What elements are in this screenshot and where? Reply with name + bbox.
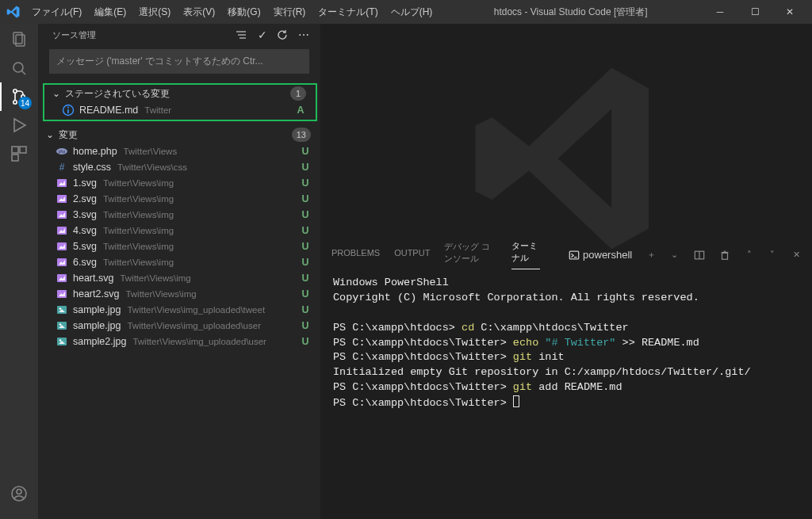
staged-section-label: ステージされている変更 <box>65 87 287 101</box>
menu-run[interactable]: 実行(R) <box>269 2 311 22</box>
changes-section-label: 変更 <box>59 128 289 142</box>
file-path: Twitter <box>144 105 171 115</box>
scm-more-icon[interactable]: ⋯ <box>297 29 311 41</box>
vscode-watermark-icon <box>463 55 669 261</box>
file-row[interactable]: heart2.svgTwitter\Views\imgU <box>38 286 320 302</box>
menu-help[interactable]: ヘルプ(H) <box>386 2 438 22</box>
panel-maximize-icon[interactable]: ˄ <box>745 250 754 260</box>
svg-rect-9 <box>20 147 26 153</box>
chevron-down-icon: ⌄ <box>46 129 56 140</box>
tab-output[interactable]: OUTPUT <box>394 248 430 262</box>
file-status: U <box>300 225 311 236</box>
menu-go[interactable]: 移動(G) <box>223 2 265 22</box>
file-type-icon <box>56 256 68 269</box>
file-row[interactable]: sample.jpgTwitter\Views\img_uploaded\twe… <box>38 302 320 318</box>
scm-commit-icon[interactable]: ✓ <box>255 29 270 41</box>
file-name: 2.svg <box>73 193 97 204</box>
file-name: 6.svg <box>73 257 97 268</box>
file-row[interactable]: #style.cssTwitter\Views\cssU <box>38 159 320 175</box>
file-path: Twitter\Views\img <box>103 194 174 204</box>
bottom-panel: PROBLEMS OUTPUT デバッグ コンソール ターミナル powersh… <box>320 242 812 519</box>
window-maximize-button[interactable]: ☐ <box>739 6 771 17</box>
file-path: Twitter\Views\img <box>125 289 196 299</box>
changes-count: 13 <box>292 128 311 142</box>
file-row[interactable]: phphome.phpTwitter\ViewsU <box>38 143 320 159</box>
file-type-icon <box>56 193 68 205</box>
file-type-icon: php <box>56 145 68 158</box>
file-type-icon <box>56 303 68 316</box>
file-name: sample.jpg <box>73 320 121 331</box>
file-name: heart.svg <box>73 273 113 284</box>
menu-edit[interactable]: 編集(E) <box>90 2 131 22</box>
file-row[interactable]: sample.jpgTwitter\Views\img_uploaded\use… <box>38 318 320 334</box>
file-path: Twitter\Views\css <box>117 162 187 172</box>
file-type-icon <box>56 319 68 332</box>
window-title: htdocs - Visual Studio Code [管理者] <box>440 6 701 19</box>
svg-rect-1 <box>16 35 25 46</box>
svg-point-42 <box>59 323 61 325</box>
main-area: 14 ソース管理 ✓ ⋯ メッセージ ('master' でコミットするための … <box>0 24 812 519</box>
file-row[interactable]: sample2.jpgTwitter\Views\img_uploaded\us… <box>38 334 320 349</box>
file-row[interactable]: 6.svgTwitter\Views\imgU <box>38 254 320 270</box>
menu-file[interactable]: ファイル(F) <box>27 2 86 22</box>
svg-point-12 <box>17 490 21 494</box>
file-name: sample2.jpg <box>73 336 126 347</box>
file-row[interactable]: 2.svgTwitter\Views\imgU <box>38 191 320 207</box>
activity-run-debug-icon[interactable] <box>8 114 30 136</box>
file-type-icon <box>56 224 68 237</box>
terminal-output[interactable]: Windows PowerShell Copyright (C) Microso… <box>320 268 812 519</box>
file-row[interactable]: 4.svgTwitter\Views\imgU <box>38 223 320 239</box>
file-path: Twitter\Views\img <box>103 258 174 267</box>
activity-search-icon[interactable] <box>8 57 30 79</box>
file-row[interactable]: README.mdTwitterA <box>44 102 316 118</box>
terminal-kill-icon[interactable] <box>719 250 730 261</box>
panel-chevron-down-icon[interactable]: ˅ <box>768 250 777 260</box>
file-path: Twitter\Views\img <box>103 242 174 251</box>
file-type-icon <box>56 288 68 300</box>
vscode-logo-icon <box>6 5 21 19</box>
file-status: U <box>300 162 311 173</box>
terminal-cursor <box>513 395 519 407</box>
tab-problems[interactable]: PROBLEMS <box>331 248 380 262</box>
file-name: 4.svg <box>73 225 97 236</box>
file-path: Twitter\Views\img_uploaded\tweet <box>127 305 265 315</box>
file-name: README.md <box>79 105 138 116</box>
file-status: U <box>300 336 311 347</box>
file-type-icon <box>56 272 68 284</box>
menu-terminal[interactable]: ターミナル(T) <box>313 2 382 22</box>
changes-section-header[interactable]: ⌄ 変更 13 <box>38 126 320 143</box>
terminal-split-icon[interactable] <box>694 250 705 261</box>
svg-point-18 <box>67 107 69 109</box>
svg-marker-7 <box>14 119 25 132</box>
file-row[interactable]: 3.svgTwitter\Views\imgU <box>38 207 320 223</box>
staged-section-header[interactable]: ⌄ ステージされている変更 1 <box>44 85 316 102</box>
file-row[interactable]: 1.svgTwitter\Views\imgU <box>38 175 320 191</box>
activity-accounts-icon[interactable] <box>8 483 30 505</box>
chevron-down-icon: ⌄ <box>52 88 62 99</box>
panel-close-icon[interactable]: ✕ <box>791 250 801 260</box>
menu-view[interactable]: 表示(V) <box>178 2 220 22</box>
scm-refresh-icon[interactable] <box>276 29 290 41</box>
activity-bar: 14 <box>0 24 38 519</box>
file-row[interactable]: 5.svgTwitter\Views\imgU <box>38 239 320 254</box>
window-close-button[interactable]: ✕ <box>774 6 806 17</box>
editor-area: PROBLEMS OUTPUT デバッグ コンソール ターミナル powersh… <box>320 24 812 519</box>
activity-source-control-icon[interactable]: 14 <box>8 86 30 108</box>
window-minimize-button[interactable]: ─ <box>704 6 736 17</box>
activity-extensions-icon[interactable] <box>8 143 30 165</box>
file-name: sample.jpg <box>73 304 121 315</box>
file-path: Twitter\Views\img <box>120 273 190 283</box>
source-control-sidebar: ソース管理 ✓ ⋯ メッセージ ('master' でコミットするための Ctr… <box>38 24 320 519</box>
svg-point-4 <box>13 90 17 93</box>
file-row[interactable]: heart.svgTwitter\Views\imgU <box>38 270 320 286</box>
file-status: U <box>300 304 311 315</box>
scm-title: ソース管理 <box>52 29 228 41</box>
menu-selection[interactable]: 選択(S) <box>134 2 175 22</box>
file-type-icon <box>56 177 68 189</box>
activity-explorer-icon[interactable] <box>8 29 30 51</box>
commit-message-input[interactable]: メッセージ ('master' でコミットするための Ctr... <box>49 49 309 74</box>
staged-changes-highlight: ⌄ ステージされている変更 1 README.mdTwitterA <box>43 83 317 121</box>
scm-view-as-tree-icon[interactable] <box>235 29 249 41</box>
file-path: Twitter\Views\img <box>103 226 174 235</box>
terminal-split-down-icon[interactable]: ⌄ <box>670 250 680 260</box>
